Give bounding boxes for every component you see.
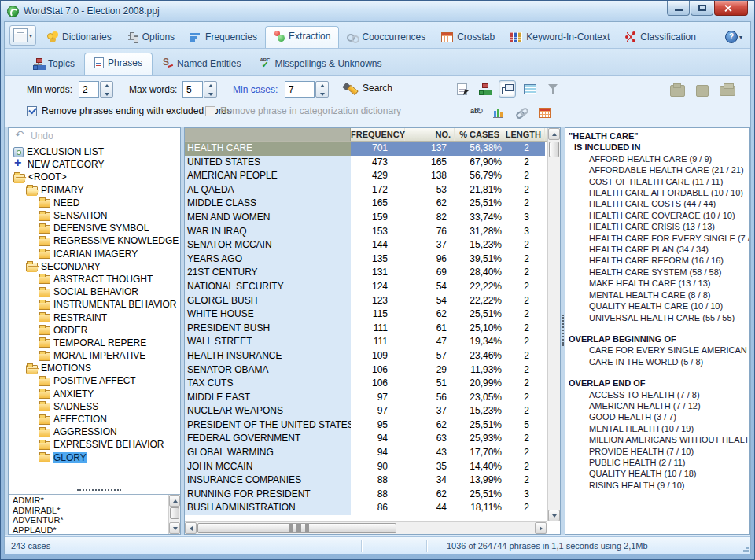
tab-classification[interactable]: Classification [617,28,704,48]
min-cases-input[interactable] [285,81,315,98]
list-item[interactable]: APPLAUD* [9,525,168,535]
tree-item-emotions[interactable]: EMOTIONS [9,362,180,374]
table-row[interactable]: NUCLEAR WEAPONS973715,23%2 [185,404,547,418]
undo-button[interactable]: Undo [9,128,180,144]
table-row[interactable]: SENATOR MCCAIN1443715,23%2 [185,238,547,252]
search-button[interactable]: Search [343,82,392,94]
table-row[interactable]: HEALTH CARE70113756,38%2 [185,142,547,156]
table-row[interactable]: NATIONAL SECURITY1245422,22%2 [185,280,547,294]
column-header-frequency[interactable]: FREQUENCY [351,128,405,141]
table-row[interactable]: MIDDLE EAST975623,05%2 [185,391,547,405]
scrollbar-thumb[interactable] [549,142,559,157]
list-item[interactable]: ADMIR* [9,496,168,506]
grid-orange-button[interactable] [536,104,553,121]
column-header-no-cases[interactable]: NO. CASES [405,128,455,141]
max-words-input[interactable] [182,81,203,98]
min-words-input[interactable] [79,81,99,98]
tree-item-moral-imperative[interactable]: MORAL IMPERATIVE [9,349,180,362]
tab-cooccurrences[interactable]: Cooccurrences [339,28,433,48]
chain-button[interactable] [513,104,530,121]
table-row[interactable]: INSURANCE COMPANIES883413,99%2 [185,473,547,488]
table-row[interactable]: AMERICAN PEOPLE42913856,79%2 [185,169,547,183]
tree-item-root[interactable]: <ROOT> [9,171,180,183]
table-row[interactable]: GEORGE BUSH1235422,22%2 [185,294,547,308]
tab-keyword-in-context[interactable]: Keyword-In-Context [503,28,617,48]
list-item[interactable]: ADMIRABL* [9,506,168,516]
word-list-scrollbar[interactable] [168,495,180,534]
scroll-up-button[interactable] [548,128,560,140]
subtab-phrases[interactable]: Phrases [84,53,153,75]
scrollbar-thumb[interactable] [197,523,396,533]
table-row[interactable]: AL QAEDA1725321,81%2 [185,183,547,197]
scrollbar-thumb[interactable] [170,507,179,519]
min-cases-link[interactable]: Min cases: [233,84,278,95]
tree-item-exclusion-list[interactable]: EXCLUSION LIST [9,146,180,158]
resize-grip[interactable] [741,544,749,552]
report-button[interactable] [453,80,470,98]
tree-item-primary[interactable]: PRIMARY [9,184,180,197]
subtab-topics[interactable]: Topics [24,54,84,75]
tree-item-secondary[interactable]: SECONDARY [9,260,180,273]
tree-item-defensive-symbol[interactable]: DEFENSIVE SYMBOL [9,222,180,234]
exclude-words-checkbox[interactable]: Remove phrases ending with excluded word… [27,105,231,116]
table-row[interactable]: MEN AND WOMEN1598233,74%3 [185,211,547,225]
tab-extraction[interactable]: Extraction [265,26,339,48]
subtab-named-entities[interactable]: Named Entities [153,54,250,75]
tree-item-icarian-imagery[interactable]: ICARIAN IMAGERY [9,248,180,260]
table-row[interactable]: MIDDLE CLASS1656225,51%2 [185,197,547,211]
table-row[interactable]: TAX CUTS1065120,99%2 [185,377,547,391]
tree-item-sensation[interactable]: SENSATION [9,209,180,222]
tree-item-instrumental-behavior[interactable]: INSTRUMENTAL BEHAVIOR [9,298,180,311]
tree-item-social-behavior[interactable]: SOCIAL BEHAVIOR [9,286,180,298]
tab-options[interactable]: Options [120,28,182,48]
min-cases-stepper[interactable] [315,81,329,98]
table-row[interactable]: WAR IN IRAQ1537631,28%3 [185,225,547,239]
tree-item-aggression[interactable]: AGGRESSION [9,426,180,438]
tree-list-splitter[interactable] [9,487,180,493]
table-row[interactable]: PRESIDENT BUSH1116125,10%2 [185,322,547,336]
tab-frequencies[interactable]: Frequencies [182,28,265,48]
tree-item-abstract-thought[interactable]: ABSTRACT THOUGHT [9,273,180,286]
table-row[interactable]: SENATOR OBAMA1062911,93%2 [185,363,547,378]
minimize-button[interactable] [667,1,690,16]
hlist-button[interactable] [521,80,539,98]
table-row[interactable]: JOHN MCCAIN903514,40%2 [185,460,547,474]
scroll-down-button[interactable] [169,522,180,534]
subtab-misspellings-unknowns[interactable]: Misspellings & Unknowns [250,54,391,75]
column-header-phrase[interactable] [185,128,351,141]
scroll-left-button[interactable] [185,522,197,534]
tree-item-order[interactable]: ORDER [9,324,180,337]
table-row[interactable]: HEALTH INSURANCE1095723,46%2 [185,349,547,363]
tab-crosstab[interactable]: Crosstab [433,28,503,48]
table-vertical-scrollbar[interactable] [547,128,560,521]
column-header-pct-cases[interactable]: % CASES [455,128,503,141]
tree-item-expressive-behavior[interactable]: EXPRESSIVE BEHAVIOR [9,438,180,451]
scroll-up-button[interactable] [169,495,180,507]
help-button[interactable]: ▾ [725,31,742,43]
list-item[interactable]: ADVENTUR* [9,515,168,525]
funnel-button[interactable] [544,80,562,98]
tree-item-temporal-repere[interactable]: TEMPORAL REPERE [9,337,180,349]
table-row[interactable]: WHITE HOUSE1156225,51%2 [185,308,547,322]
abc-redo-button[interactable] [467,104,484,121]
table-row[interactable]: WALL STREET1114719,34%2 [185,335,547,349]
tree-item-restraint[interactable]: RESTRAINT [9,311,180,323]
file-menu-button[interactable]: ▾ [9,25,36,46]
tree-item-sadness[interactable]: SADNESS [9,400,180,413]
tree-item-anxiety[interactable]: ANXIETY [9,388,180,400]
table-row[interactable]: UNITED STATES47316567,90%2 [185,156,547,170]
table-row[interactable]: BUSH ADMINISTRATION864418,11%2 [185,501,547,515]
table-row[interactable]: RUNNING FOR PRESIDENT886225,51%3 [185,488,547,502]
scroll-down-button[interactable] [548,510,560,521]
close-button[interactable] [714,1,748,16]
tree-item-regressive-knowledge[interactable]: REGRESSIVE KNOWLEDGE [9,234,180,247]
column-header-length[interactable]: LENGTH [503,128,545,141]
table-row[interactable]: GLOBAL WARMING944317,70%2 [185,446,547,460]
table-row[interactable]: FEDERAL GOVERNMENT946325,93%2 [185,432,547,446]
overlap-button[interactable] [499,80,516,98]
tree-item-need[interactable]: NEED [9,197,180,209]
tree-item-new-category[interactable]: NEW CATEGORY [9,158,180,171]
table-row[interactable]: YEARS AGO1359639,51%2 [185,252,547,267]
tree-item-positive-affect[interactable]: POSITIVE AFFECT [9,374,180,387]
maximize-button[interactable] [691,1,713,16]
